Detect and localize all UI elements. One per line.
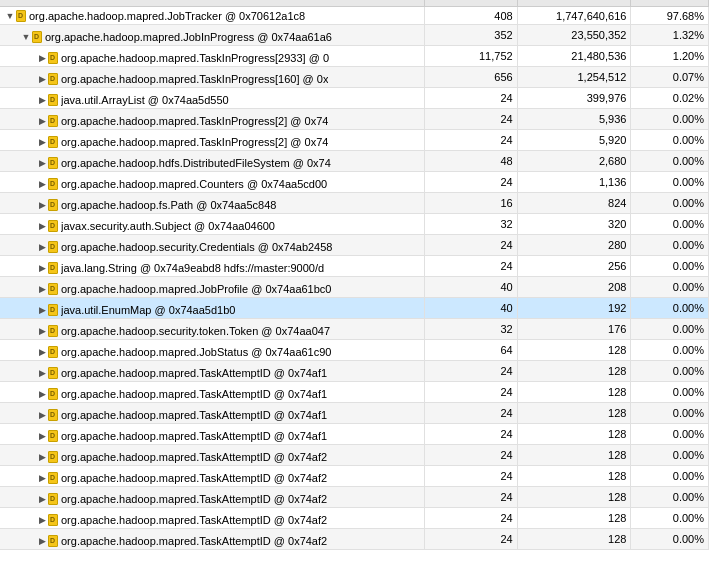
cell-retained-heap: 128	[517, 508, 631, 529]
table-row[interactable]: ▶org.apache.hadoop.mapred.TaskInProgress…	[0, 67, 709, 88]
table-row[interactable]: ▶org.apache.hadoop.mapred.TaskInProgress…	[0, 46, 709, 67]
expand-icon[interactable]: ▶	[36, 304, 48, 316]
table-row[interactable]: ▶org.apache.hadoop.mapred.TaskAttemptID …	[0, 361, 709, 382]
class-name-text: org.apache.hadoop.mapred.JobStatus @ 0x7…	[61, 346, 331, 358]
cell-class-name: ▶org.apache.hadoop.mapred.Counters @ 0x7…	[0, 172, 424, 193]
table-row[interactable]: ▶org.apache.hadoop.mapred.JobProfile @ 0…	[0, 277, 709, 298]
expand-icon[interactable]: ▶	[36, 241, 48, 253]
cell-retained-heap: 256	[517, 256, 631, 277]
class-name-text: org.apache.hadoop.mapred.JobInProgress @…	[45, 31, 332, 43]
expand-icon[interactable]: ▶	[36, 388, 48, 400]
cell-percentage: 0.00%	[631, 130, 709, 151]
expand-icon[interactable]: ▶	[36, 430, 48, 442]
expand-icon[interactable]: ▶	[36, 472, 48, 484]
cell-shallow-heap: 24	[424, 403, 517, 424]
cell-class-name: ▶org.apache.hadoop.mapred.JobStatus @ 0x…	[0, 340, 424, 361]
table-row[interactable]: ▶org.apache.hadoop.mapred.TaskAttemptID …	[0, 466, 709, 487]
class-name-text: org.apache.hadoop.fs.Path @ 0x74aa5c848	[61, 199, 276, 211]
table-row[interactable]: ▶javax.security.auth.Subject @ 0x74aa046…	[0, 214, 709, 235]
cell-percentage: 0.00%	[631, 466, 709, 487]
cell-class-name: ▶org.apache.hadoop.mapred.TaskInProgress…	[0, 46, 424, 67]
table-row[interactable]: ▶org.apache.hadoop.mapred.TaskInProgress…	[0, 130, 709, 151]
class-name-text: org.apache.hadoop.security.Credentials @…	[61, 241, 332, 253]
expand-icon[interactable]: ▶	[36, 94, 48, 106]
cell-shallow-heap: 24	[424, 382, 517, 403]
table-row[interactable]: ▶org.apache.hadoop.mapred.TaskAttemptID …	[0, 487, 709, 508]
cell-percentage: 0.00%	[631, 319, 709, 340]
cell-shallow-heap: 40	[424, 277, 517, 298]
cell-shallow-heap: 32	[424, 319, 517, 340]
cell-shallow-heap: 24	[424, 445, 517, 466]
table-row[interactable]: ▶org.apache.hadoop.mapred.TaskAttemptID …	[0, 445, 709, 466]
table-row[interactable]: ▶org.apache.hadoop.mapred.TaskAttemptID …	[0, 424, 709, 445]
cell-shallow-heap: 24	[424, 487, 517, 508]
table-row[interactable]: ▶org.apache.hadoop.mapred.TaskAttemptID …	[0, 382, 709, 403]
expand-icon[interactable]: ▶	[36, 493, 48, 505]
cell-retained-heap: 128	[517, 340, 631, 361]
table-row[interactable]: ▼org.apache.hadoop.mapred.JobInProgress …	[0, 25, 709, 46]
expand-icon[interactable]: ▶	[36, 409, 48, 421]
expand-icon[interactable]: ▶	[36, 451, 48, 463]
cell-shallow-heap: 408	[424, 7, 517, 25]
expand-icon[interactable]: ▶	[36, 367, 48, 379]
cell-retained-heap: 128	[517, 424, 631, 445]
class-name-text: org.apache.hadoop.mapred.TaskAttemptID @…	[61, 451, 327, 463]
table-row[interactable]: ▶org.apache.hadoop.mapred.TaskInProgress…	[0, 109, 709, 130]
expand-icon[interactable]: ▶	[36, 178, 48, 190]
cell-percentage: 0.00%	[631, 214, 709, 235]
cell-retained-heap: 21,480,536	[517, 46, 631, 67]
class-file-icon	[48, 73, 58, 85]
cell-class-name: ▶org.apache.hadoop.mapred.TaskInProgress…	[0, 130, 424, 151]
cell-shallow-heap: 24	[424, 508, 517, 529]
class-name-text: org.apache.hadoop.mapred.JobTracker @ 0x…	[29, 10, 305, 22]
collapse-icon[interactable]: ▼	[4, 10, 16, 22]
cell-shallow-heap: 24	[424, 424, 517, 445]
expand-icon[interactable]: ▶	[36, 73, 48, 85]
table-row[interactable]: ▶org.apache.hadoop.mapred.Counters @ 0x7…	[0, 172, 709, 193]
table-row[interactable]: ▶org.apache.hadoop.mapred.JobStatus @ 0x…	[0, 340, 709, 361]
table-row[interactable]: ▶org.apache.hadoop.security.token.Token …	[0, 319, 709, 340]
expand-icon[interactable]: ▶	[36, 262, 48, 274]
expand-icon[interactable]: ▶	[36, 514, 48, 526]
cell-class-name: ▶java.util.EnumMap @ 0x74aa5d1b0	[0, 298, 424, 319]
cell-percentage: 1.20%	[631, 46, 709, 67]
cell-retained-heap: 128	[517, 403, 631, 424]
expand-icon[interactable]: ▶	[36, 136, 48, 148]
cell-percentage: 0.00%	[631, 256, 709, 277]
class-file-icon	[48, 199, 58, 211]
table-row[interactable]: ▼org.apache.hadoop.mapred.JobTracker @ 0…	[0, 7, 709, 25]
table-row[interactable]: ▶org.apache.hadoop.security.Credentials …	[0, 235, 709, 256]
class-name-text: java.util.ArrayList @ 0x74aa5d550	[61, 94, 229, 106]
expand-icon[interactable]: ▶	[36, 52, 48, 64]
cell-shallow-heap: 24	[424, 130, 517, 151]
cell-class-name: ▶java.lang.String @ 0x74a9eabd8 hdfs://m…	[0, 256, 424, 277]
table-row[interactable]: ▶org.apache.hadoop.hdfs.DistributedFileS…	[0, 151, 709, 172]
expand-icon[interactable]: ▶	[36, 325, 48, 337]
table-row[interactable]: ▶org.apache.hadoop.mapred.TaskAttemptID …	[0, 403, 709, 424]
collapse-icon[interactable]: ▼	[20, 31, 32, 43]
expand-icon[interactable]: ▶	[36, 220, 48, 232]
cell-shallow-heap: 24	[424, 466, 517, 487]
expand-icon[interactable]: ▶	[36, 535, 48, 547]
expand-icon[interactable]: ▶	[36, 283, 48, 295]
cell-shallow-heap: 24	[424, 529, 517, 550]
table-row[interactable]: ▶org.apache.hadoop.fs.Path @ 0x74aa5c848…	[0, 193, 709, 214]
table-row[interactable]: ▶java.util.ArrayList @ 0x74aa5d55024399,…	[0, 88, 709, 109]
expand-icon[interactable]: ▶	[36, 115, 48, 127]
expand-icon[interactable]: ▶	[36, 199, 48, 211]
heap-table-container[interactable]: ▼org.apache.hadoop.mapred.JobTracker @ 0…	[0, 0, 709, 564]
cell-percentage: 0.00%	[631, 487, 709, 508]
cell-retained-heap: 176	[517, 319, 631, 340]
cell-shallow-heap: 352	[424, 25, 517, 46]
table-row[interactable]: ▶org.apache.hadoop.mapred.TaskAttemptID …	[0, 529, 709, 550]
expand-icon[interactable]: ▶	[36, 157, 48, 169]
cell-shallow-heap: 656	[424, 67, 517, 88]
cell-shallow-heap: 16	[424, 193, 517, 214]
table-row[interactable]: ▶java.util.EnumMap @ 0x74aa5d1b0401920.0…	[0, 298, 709, 319]
table-row[interactable]: ▶java.lang.String @ 0x74a9eabd8 hdfs://m…	[0, 256, 709, 277]
table-row[interactable]: ▶org.apache.hadoop.mapred.TaskAttemptID …	[0, 508, 709, 529]
class-name-text: org.apache.hadoop.mapred.TaskInProgress[…	[61, 73, 328, 85]
cell-class-name: ▶org.apache.hadoop.mapred.TaskAttemptID …	[0, 487, 424, 508]
class-name-text: org.apache.hadoop.mapred.TaskAttemptID @…	[61, 367, 327, 379]
expand-icon[interactable]: ▶	[36, 346, 48, 358]
